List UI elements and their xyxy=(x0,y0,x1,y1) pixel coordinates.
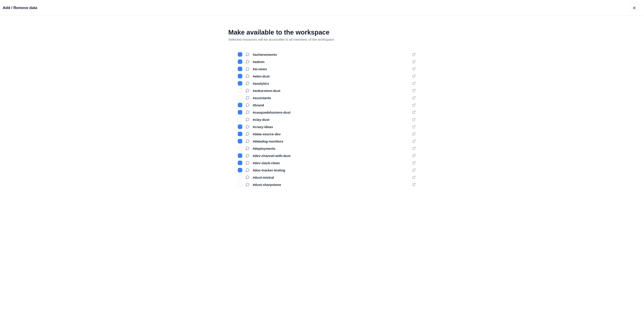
channel-row: #analytics xyxy=(238,80,416,87)
channel-checkbox[interactable] xyxy=(238,96,242,100)
external-link-icon[interactable] xyxy=(412,111,416,114)
chat-icon xyxy=(246,168,250,172)
channel-name[interactable]: #datadog-monitors xyxy=(253,139,409,143)
external-link-icon[interactable] xyxy=(412,67,416,71)
chat-icon xyxy=(246,183,250,187)
svg-line-5 xyxy=(414,75,415,76)
channel-checkbox[interactable] xyxy=(238,59,242,64)
svg-line-2 xyxy=(414,53,415,55)
channel-row: #doc-tracker-testing xyxy=(238,166,416,174)
channel-checkbox[interactable] xyxy=(238,81,242,86)
close-button[interactable] xyxy=(629,3,640,13)
channel-name[interactable]: #data-source-dev xyxy=(253,132,409,136)
external-link-icon[interactable] xyxy=(412,168,416,172)
external-link-icon[interactable] xyxy=(412,82,416,85)
chat-icon xyxy=(246,125,250,129)
external-link-icon[interactable] xyxy=(412,103,416,107)
channel-row: #casquedelumiere-dust xyxy=(238,109,416,116)
channel-row: #dev-slack-clean xyxy=(238,159,416,166)
chat-icon xyxy=(246,52,250,57)
channel-checkbox[interactable] xyxy=(238,161,242,165)
channel-row: #deployments xyxy=(238,145,416,152)
channel-name[interactable]: #deployments xyxy=(253,147,409,150)
svg-line-3 xyxy=(414,60,415,62)
channel-checkbox[interactable] xyxy=(238,124,242,129)
external-link-icon[interactable] xyxy=(412,53,416,56)
main-content: Make available to the workspace Selected… xyxy=(224,16,420,193)
external-link-icon[interactable] xyxy=(412,161,416,165)
chat-icon xyxy=(246,81,250,85)
channel-checkbox[interactable] xyxy=(238,110,242,115)
channel-name[interactable]: #admin xyxy=(253,60,409,64)
chat-icon xyxy=(246,139,250,143)
close-icon xyxy=(632,6,636,10)
external-link-icon[interactable] xyxy=(412,154,416,157)
external-link-icon[interactable] xyxy=(412,60,416,64)
chat-icon xyxy=(246,132,250,136)
svg-line-19 xyxy=(414,176,415,178)
svg-line-10 xyxy=(414,111,415,113)
channel-row: #achievements xyxy=(238,51,416,58)
channel-checkbox[interactable] xyxy=(238,132,242,136)
channel-name[interactable]: #dev-slack-clean xyxy=(253,161,409,165)
channel-name[interactable]: #analytics xyxy=(253,82,409,85)
svg-line-6 xyxy=(414,82,415,84)
channel-name[interactable]: #casquedelumiere-dust xyxy=(253,111,409,114)
channel-checkbox[interactable] xyxy=(238,103,242,107)
channel-name[interactable]: #brand xyxy=(253,103,409,107)
channel-name[interactable]: #assistants xyxy=(253,96,409,100)
external-link-icon[interactable] xyxy=(412,125,416,129)
channel-row: #dust-mistral xyxy=(238,174,416,181)
channel-row: #ankorstore-dust xyxy=(238,87,416,94)
channel-name[interactable]: #dust-mistral xyxy=(253,176,409,179)
channel-checkbox[interactable] xyxy=(238,52,242,57)
page-subtitle: Selected resources will be accessible to… xyxy=(228,38,416,41)
channel-name[interactable]: #dust-sharpstone xyxy=(253,183,409,187)
svg-line-17 xyxy=(414,162,415,163)
external-link-icon[interactable] xyxy=(412,147,416,150)
channel-checkbox[interactable] xyxy=(238,139,242,143)
channel-checkbox[interactable] xyxy=(238,117,242,122)
external-link-icon[interactable] xyxy=(412,132,416,136)
external-link-icon[interactable] xyxy=(412,176,416,179)
svg-line-4 xyxy=(414,68,415,69)
channel-name[interactable]: #ankorstore-dust xyxy=(253,89,409,93)
svg-line-11 xyxy=(414,118,415,120)
chat-icon xyxy=(246,103,250,107)
channel-checkbox[interactable] xyxy=(238,88,242,93)
svg-line-20 xyxy=(414,183,415,185)
channel-name[interactable]: #crazy-ideas xyxy=(253,125,409,129)
channel-name[interactable]: #alan-dust xyxy=(253,74,409,78)
external-link-icon[interactable] xyxy=(412,74,416,78)
svg-line-12 xyxy=(414,125,415,127)
external-link-icon[interactable] xyxy=(412,139,416,143)
channel-checkbox[interactable] xyxy=(238,168,242,172)
channel-row: #ai-news xyxy=(238,65,416,73)
chat-icon xyxy=(246,154,250,158)
channel-name[interactable]: #doc-tracker-testing xyxy=(253,168,409,172)
channel-checkbox[interactable] xyxy=(238,153,242,158)
external-link-icon[interactable] xyxy=(412,96,416,100)
chat-icon xyxy=(246,74,250,78)
channel-name[interactable]: #dev-channel-with-dust xyxy=(253,154,409,158)
chat-icon xyxy=(246,161,250,165)
channel-checkbox[interactable] xyxy=(238,182,242,187)
channel-name[interactable]: #ai-news xyxy=(253,67,409,71)
channel-checkbox[interactable] xyxy=(238,175,242,180)
chat-icon xyxy=(246,146,250,150)
external-link-icon[interactable] xyxy=(412,89,416,92)
svg-line-13 xyxy=(414,133,415,134)
channel-name[interactable]: #achievements xyxy=(253,53,409,57)
external-link-icon[interactable] xyxy=(412,118,416,121)
channel-checkbox[interactable] xyxy=(238,74,242,78)
channel-name[interactable]: #clay-dust xyxy=(253,118,409,122)
chat-icon xyxy=(246,67,250,71)
svg-line-14 xyxy=(414,140,415,141)
modal-header: Add / Remove data xyxy=(0,0,644,16)
channel-checkbox[interactable] xyxy=(238,67,242,71)
channel-row: #crazy-ideas xyxy=(238,123,416,130)
channel-checkbox[interactable] xyxy=(238,146,242,151)
modal-title: Add / Remove data xyxy=(3,6,37,10)
channel-row: #datadog-monitors xyxy=(238,138,416,145)
external-link-icon[interactable] xyxy=(412,183,416,186)
